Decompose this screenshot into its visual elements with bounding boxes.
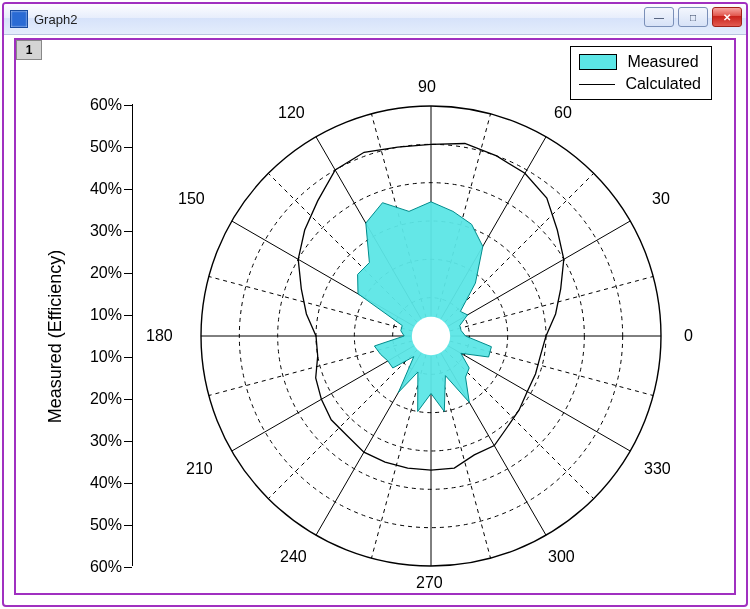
sheet-tab-1[interactable]: 1 [16,40,42,60]
legend-swatch-icon [579,54,617,70]
y-axis-label: Measured (Efficiency) [46,120,66,553]
y-tick: 30% [72,222,122,240]
angle-label: 180 [146,327,173,345]
angle-label: 150 [178,190,205,208]
legend-entry-measured: Measured [579,51,701,73]
app-window: Graph2 — □ ✕ 1 Measured Calculated Measu… [2,2,748,607]
y-tick: 10% [72,348,122,366]
window-controls: — □ ✕ [644,7,742,27]
angle-label: 30 [652,190,670,208]
y-tick: 40% [72,474,122,492]
svg-point-31 [412,317,450,355]
legend-label: Measured [627,51,698,73]
maximize-button[interactable]: □ [678,7,708,27]
angle-label: 120 [278,104,305,122]
y-tick: 40% [72,180,122,198]
angle-label: 300 [548,548,575,566]
y-tick: 50% [72,138,122,156]
angle-label: 210 [186,460,213,478]
angle-label: 0 [684,327,693,345]
y-tick: 50% [72,516,122,534]
titlebar[interactable]: Graph2 — □ ✕ [4,4,746,35]
y-axis-line [132,104,133,566]
y-tick: 10% [72,306,122,324]
angle-label: 240 [280,548,307,566]
angle-label: 270 [416,574,443,592]
y-tick: 60% [72,558,122,576]
angle-label: 330 [644,460,671,478]
polar-plot [136,80,726,600]
svg-line-21 [232,346,415,451]
y-tick: 20% [72,264,122,282]
close-button[interactable]: ✕ [712,7,742,27]
plot-area: 1 Measured Calculated Measured (Efficien… [14,38,736,595]
minimize-button[interactable]: — [644,7,674,27]
angle-label: 60 [554,104,572,122]
angle-label: 90 [418,78,436,96]
window-title: Graph2 [34,12,77,27]
y-tick: 60% [72,96,122,114]
svg-line-22 [268,350,417,499]
app-icon [10,10,28,28]
y-tick: 20% [72,390,122,408]
y-tick: 30% [72,432,122,450]
